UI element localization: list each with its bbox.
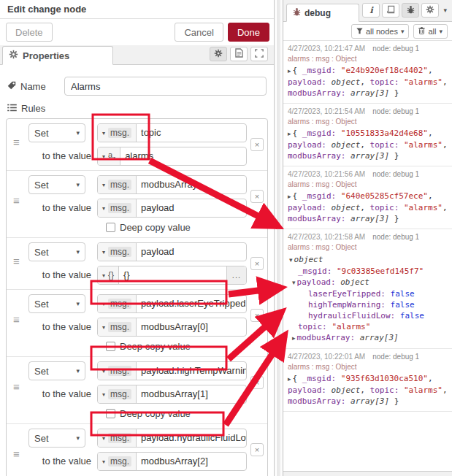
value-input[interactable]: ▾msg. modbusArray[1] xyxy=(97,385,247,404)
chevron-down-icon: ▾ xyxy=(76,248,80,256)
action-select[interactable]: Set▾ xyxy=(28,242,85,261)
sidebar-menu-button[interactable]: ▾ xyxy=(441,7,449,14)
object-root-row[interactable]: ▾object xyxy=(288,254,450,266)
message-summary[interactable]: ▸{ _msgid: "10551833a42d4e68", payload: … xyxy=(288,128,450,161)
deep-copy-checkbox[interactable] xyxy=(106,342,115,351)
clear-messages-button[interactable]: all ▾ xyxy=(413,24,448,39)
expand-caret-icon[interactable]: ▸ xyxy=(292,334,296,342)
change-node-form: Name Rules ≡ Set▾ ▾msg. topic xyxy=(0,65,274,476)
remove-rule-button[interactable]: × xyxy=(250,443,264,456)
name-row: Name xyxy=(7,77,268,96)
modbus-array-row[interactable]: ▸modbusArray: array[3] xyxy=(288,332,450,344)
value-input[interactable]: ▾{} {} ... xyxy=(97,266,247,285)
book-icon xyxy=(387,5,395,16)
dialog-tab-bar: Properties xyxy=(0,45,274,65)
caret-down-icon: ▾ xyxy=(102,458,105,465)
tab-properties[interactable]: Properties xyxy=(2,46,113,65)
gear-icon xyxy=(426,5,434,16)
drag-handle-icon[interactable]: ≡ xyxy=(13,254,20,266)
info-tab-button[interactable]: i xyxy=(362,3,380,18)
property-input[interactable]: ▾msg. topic xyxy=(97,123,247,142)
property-input[interactable]: ▾msg. payload.hydraulicFluidLow xyxy=(97,429,247,448)
typedinput-type-button[interactable]: ▾msg. xyxy=(98,318,137,336)
expand-editor-button[interactable]: ... xyxy=(226,266,246,284)
cancel-button[interactable]: Cancel xyxy=(175,23,223,42)
tab-debug[interactable]: debug xyxy=(286,4,359,22)
typedinput-type-button[interactable]: ▾{} xyxy=(98,266,119,284)
typedinput-type-button[interactable]: ▾msg. xyxy=(98,243,137,261)
message-summary[interactable]: ▸{ _msgid: "935f63d1030ca510", payload: … xyxy=(288,373,450,407)
typedinput-type-button[interactable]: ▾az xyxy=(98,147,120,165)
property-input[interactable]: ▾msg. payload.highTempWarning xyxy=(97,361,247,380)
deep-copy-checkbox[interactable] xyxy=(106,223,115,232)
rule-row: ≡ Set▾ ▾msg. topic to the value ▾az alar… xyxy=(7,119,267,171)
message-timestamp: 4/27/2023, 10:21:56 AM xyxy=(288,170,365,178)
expand-caret-icon[interactable]: ▸ xyxy=(288,375,291,383)
help-tab-button[interactable] xyxy=(382,3,399,18)
message-summary[interactable]: ▸{ _msgid: "640e05285cf57ece", payload: … xyxy=(288,191,450,224)
drag-handle-icon[interactable]: ≡ xyxy=(13,194,20,207)
remove-rule-button[interactable]: × xyxy=(250,257,264,270)
name-input[interactable] xyxy=(64,77,267,96)
config-tab-button[interactable] xyxy=(421,3,439,18)
action-select[interactable]: Set▾ xyxy=(28,361,85,380)
action-select[interactable]: Set▾ xyxy=(28,294,85,313)
drag-handle-icon[interactable]: ≡ xyxy=(13,448,20,460)
dialog-title: Edit change node xyxy=(0,0,274,19)
collapse-caret-icon[interactable]: ▾ xyxy=(289,256,293,264)
typedinput-type-button[interactable]: ▾msg. xyxy=(98,362,137,380)
msgid-row: _msgid: "9c03385eefd145f7" xyxy=(288,266,450,277)
remove-rule-button[interactable]: × xyxy=(250,138,264,151)
node-settings-button[interactable] xyxy=(210,47,227,61)
typedinput-type-button[interactable]: ▾msg. xyxy=(98,124,137,142)
remove-rule-button[interactable]: × xyxy=(250,190,264,203)
expand-caret-icon[interactable]: ▸ xyxy=(288,67,291,74)
message-summary[interactable]: ▸{ _msgid: "e24b920ef18c4402", payload: … xyxy=(288,65,450,99)
deep-copy-checkbox[interactable] xyxy=(106,409,115,418)
expand-dialog-button[interactable] xyxy=(250,47,268,61)
rule-row: ≡ Set▾ ▾msg. payload.laserEyeTripped to … xyxy=(7,290,267,357)
delete-button[interactable]: Delete xyxy=(6,23,53,42)
value-input[interactable]: ▾msg. modbusArray[0] xyxy=(97,318,247,337)
action-select[interactable]: Set▾ xyxy=(28,429,85,448)
expand-caret-icon[interactable]: ▸ xyxy=(288,130,291,137)
typedinput-type-button[interactable]: ▾msg. xyxy=(98,429,137,447)
caret-down-icon: ▾ xyxy=(102,368,105,375)
to-value-label: to the value xyxy=(28,452,97,471)
remove-rule-button[interactable]: × xyxy=(250,376,264,389)
filter-nodes-button[interactable]: all nodes ▾ xyxy=(351,24,410,39)
message-property-path: alarms : msg : Object xyxy=(288,55,450,63)
typedinput-type-button[interactable]: ▾msg. xyxy=(98,295,137,312)
json-type-icon: {} xyxy=(108,270,114,280)
panel-resize-handle[interactable] xyxy=(275,0,283,476)
dialog-tool-icons xyxy=(210,47,274,64)
action-select[interactable]: Set▾ xyxy=(28,123,85,142)
description-button[interactable] xyxy=(230,47,248,61)
property-input[interactable]: ▾msg. payload xyxy=(97,242,247,261)
debug-tab-button[interactable] xyxy=(402,3,419,18)
payload-row[interactable]: ▾payload: object xyxy=(288,277,450,288)
done-button[interactable]: Done xyxy=(228,23,269,42)
typedinput-type-button[interactable]: ▾msg. xyxy=(98,453,137,470)
value-input[interactable]: ▾msg. payload xyxy=(97,199,247,218)
property-input[interactable]: ▾msg. payload.laserEyeTripped xyxy=(97,294,247,313)
typedinput-type-button[interactable]: ▾msg. xyxy=(98,385,137,403)
drag-handle-icon[interactable]: ≡ xyxy=(13,380,20,393)
chevron-down-icon: ▾ xyxy=(76,300,80,307)
drag-handle-icon[interactable]: ≡ xyxy=(13,313,20,326)
payload-prop-row: highTempWarning: false xyxy=(288,299,450,310)
value-input[interactable]: ▾msg. modbusArray[2] xyxy=(97,452,247,471)
message-timestamp: 4/27/2023, 10:21:54 AM xyxy=(288,107,365,115)
typedinput-type-button[interactable]: ▾msg. xyxy=(98,199,137,217)
value-input[interactable]: ▾az alarms xyxy=(97,147,247,166)
expand-caret-icon[interactable]: ▸ xyxy=(288,193,291,200)
list-icon xyxy=(7,103,17,114)
drag-handle-icon[interactable]: ≡ xyxy=(13,135,20,147)
action-select[interactable]: Set▾ xyxy=(28,175,85,194)
property-input[interactable]: ▾msg. modbusArray xyxy=(97,175,247,194)
remove-rule-button[interactable]: × xyxy=(250,309,264,322)
debug-sidebar: debug i ▾ all nodes ▾ all ▾ xyxy=(283,0,452,476)
collapse-caret-icon[interactable]: ▾ xyxy=(292,279,296,286)
typedinput-type-button[interactable]: ▾msg. xyxy=(98,176,137,193)
name-label: Name xyxy=(7,81,64,92)
